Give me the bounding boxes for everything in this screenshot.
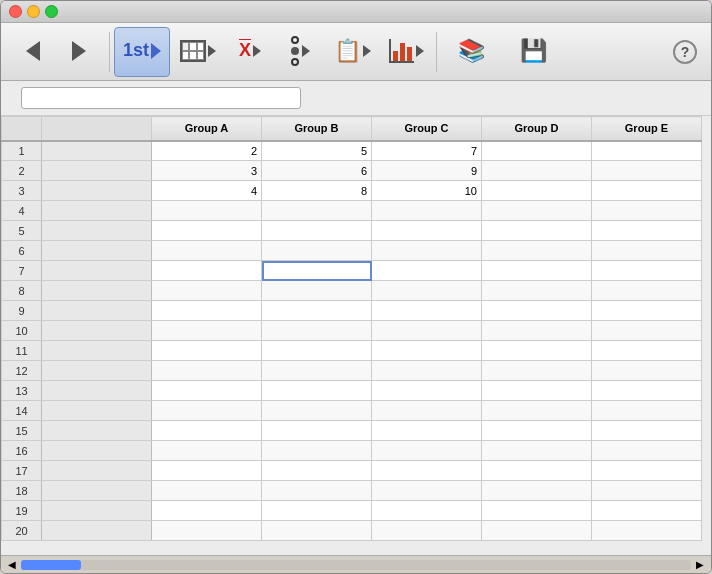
cell-15-b[interactable]	[262, 421, 372, 441]
cell-2-e[interactable]	[592, 161, 702, 181]
cell-14-d[interactable]	[482, 401, 592, 421]
cell-2-c[interactable]: 9	[372, 161, 482, 181]
cell-5-b[interactable]	[262, 221, 372, 241]
cell-20-d[interactable]	[482, 521, 592, 541]
cell-8-d[interactable]	[482, 281, 592, 301]
cell-13-c[interactable]	[372, 381, 482, 401]
cell-6-b[interactable]	[262, 241, 372, 261]
cell-2-b[interactable]: 6	[262, 161, 372, 181]
cell-2-d[interactable]	[482, 161, 592, 181]
cell-5-d[interactable]	[482, 221, 592, 241]
cell-13-d[interactable]	[482, 381, 592, 401]
cell-14-e[interactable]	[592, 401, 702, 421]
cell-3-d[interactable]	[482, 181, 592, 201]
choose-test-button[interactable]	[276, 27, 324, 77]
cell-13-a[interactable]	[152, 381, 262, 401]
cell-6-c[interactable]	[372, 241, 482, 261]
cell-7-a[interactable]	[152, 261, 262, 281]
cell-11-b[interactable]	[262, 341, 372, 361]
cell-20-c[interactable]	[372, 521, 482, 541]
cell-14-a[interactable]	[152, 401, 262, 421]
cell-18-d[interactable]	[482, 481, 592, 501]
cell-7-b[interactable]	[262, 261, 372, 281]
cell-17-d[interactable]	[482, 461, 592, 481]
cell-12-d[interactable]	[482, 361, 592, 381]
cell-10-e[interactable]	[592, 321, 702, 341]
cell-12-a[interactable]	[152, 361, 262, 381]
close-button[interactable]	[9, 5, 22, 18]
cell-14-b[interactable]	[262, 401, 372, 421]
cell-12-c[interactable]	[372, 361, 482, 381]
help-button[interactable]: ?	[665, 27, 705, 77]
cell-8-a[interactable]	[152, 281, 262, 301]
statistics-button[interactable]: X	[226, 27, 274, 77]
cell-17-c[interactable]	[372, 461, 482, 481]
cell-6-e[interactable]	[592, 241, 702, 261]
cell-3-b[interactable]: 8	[262, 181, 372, 201]
cell-8-b[interactable]	[262, 281, 372, 301]
results-button[interactable]: 📋	[326, 27, 379, 77]
cell-4-d[interactable]	[482, 201, 592, 221]
cell-9-d[interactable]	[482, 301, 592, 321]
cell-1-c[interactable]: 7	[372, 141, 482, 161]
cell-4-e[interactable]	[592, 201, 702, 221]
cell-7-c[interactable]	[372, 261, 482, 281]
cell-18-c[interactable]	[372, 481, 482, 501]
cell-4-c[interactable]	[372, 201, 482, 221]
cell-13-e[interactable]	[592, 381, 702, 401]
cell-16-b[interactable]	[262, 441, 372, 461]
cell-5-c[interactable]	[372, 221, 482, 241]
cell-17-a[interactable]	[152, 461, 262, 481]
cell-2-a[interactable]: 3	[152, 161, 262, 181]
data-button[interactable]	[172, 27, 224, 77]
scroll-left-button[interactable]: ◀	[5, 559, 19, 570]
graph-button[interactable]	[381, 27, 432, 77]
cell-1-d[interactable]	[482, 141, 592, 161]
cell-3-a[interactable]: 4	[152, 181, 262, 201]
cell-1-a[interactable]: 2	[152, 141, 262, 161]
cell-16-a[interactable]	[152, 441, 262, 461]
cell-12-e[interactable]	[592, 361, 702, 381]
cell-19-c[interactable]	[372, 501, 482, 521]
cell-11-a[interactable]	[152, 341, 262, 361]
cell-15-d[interactable]	[482, 421, 592, 441]
cell-10-a[interactable]	[152, 321, 262, 341]
cell-19-e[interactable]	[592, 501, 702, 521]
cell-9-e[interactable]	[592, 301, 702, 321]
horizontal-scrollbar[interactable]	[21, 560, 691, 570]
cell-10-d[interactable]	[482, 321, 592, 341]
cell-19-a[interactable]	[152, 501, 262, 521]
scroll-right-button[interactable]: ▶	[693, 559, 707, 570]
cell-16-e[interactable]	[592, 441, 702, 461]
cell-20-a[interactable]	[152, 521, 262, 541]
cell-20-b[interactable]	[262, 521, 372, 541]
cell-18-e[interactable]	[592, 481, 702, 501]
cell-5-e[interactable]	[592, 221, 702, 241]
cell-1-b[interactable]: 5	[262, 141, 372, 161]
cell-4-b[interactable]	[262, 201, 372, 221]
cell-9-c[interactable]	[372, 301, 482, 321]
cell-1-e[interactable]	[592, 141, 702, 161]
table-title-input[interactable]	[21, 87, 301, 109]
cell-11-e[interactable]	[592, 341, 702, 361]
cell-7-d[interactable]	[482, 261, 592, 281]
cell-13-b[interactable]	[262, 381, 372, 401]
cell-9-b[interactable]	[262, 301, 372, 321]
arranging-data-button[interactable]: 📚	[441, 27, 501, 77]
cell-8-c[interactable]	[372, 281, 482, 301]
cell-16-d[interactable]	[482, 441, 592, 461]
next-button[interactable]	[57, 27, 105, 77]
cell-16-c[interactable]	[372, 441, 482, 461]
cell-17-b[interactable]	[262, 461, 372, 481]
cell-19-b[interactable]	[262, 501, 372, 521]
spreadsheet-wrapper[interactable]: Group A Group B Group C Group D Group E …	[1, 116, 711, 555]
cell-15-e[interactable]	[592, 421, 702, 441]
cell-11-d[interactable]	[482, 341, 592, 361]
cell-17-e[interactable]	[592, 461, 702, 481]
importing-data-button[interactable]: 💾	[503, 27, 563, 77]
first-button[interactable]: 1st	[114, 27, 170, 77]
cell-18-b[interactable]	[262, 481, 372, 501]
cell-5-a[interactable]	[152, 221, 262, 241]
cell-10-c[interactable]	[372, 321, 482, 341]
cell-7-e[interactable]	[592, 261, 702, 281]
